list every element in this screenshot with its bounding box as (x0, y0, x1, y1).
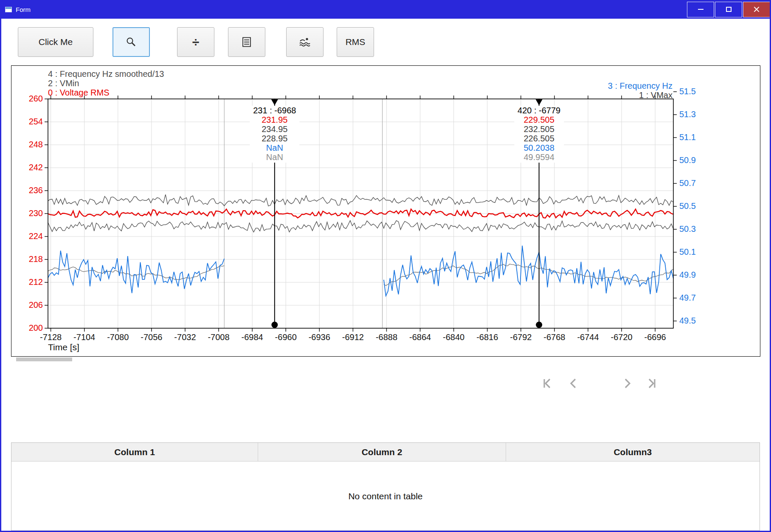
cursor-bottom-marker[interactable] (536, 322, 542, 328)
cursor-top-marker[interactable] (271, 99, 278, 105)
y-right-tick-label: 51.3 (679, 110, 696, 119)
cursor-readout-0[interactable]: 231 : -6968231.95234.95228.95NaNNaN (250, 106, 299, 163)
last-page-icon (644, 376, 659, 391)
cursor-value: 231.95 (253, 115, 296, 124)
cursor-value: 229.505 (518, 115, 560, 124)
data-table: Column 1 Column 2 Column3 No content in … (11, 442, 760, 531)
magnifier-icon (126, 37, 137, 48)
x-tick-label: -6768 (535, 332, 574, 342)
zoom-button[interactable] (113, 27, 150, 57)
y-left-tick-label: 242 (11, 163, 43, 172)
first-page-icon (540, 376, 555, 391)
x-tick-label: -7128 (32, 332, 70, 342)
y-left-tick-label: 260 (11, 94, 43, 104)
last-page-button[interactable] (644, 376, 659, 391)
plot-area[interactable]: 231 : -6968231.95234.95228.95NaNNaN420 :… (48, 99, 673, 328)
y-right-tick-label: 50.3 (679, 224, 696, 234)
table-empty-message: No content in table (348, 491, 422, 501)
cursor-value: 228.95 (253, 134, 296, 143)
chart-horizontal-scrollbar-thumb[interactable] (16, 357, 72, 361)
cursor-title: 420 : -6779 (518, 106, 560, 115)
y-left-tick-label: 200 (11, 323, 43, 333)
close-icon (753, 6, 760, 13)
y-right-tick-label: 50.9 (679, 155, 696, 165)
cursor-bottom-marker[interactable] (271, 322, 278, 328)
table-header-column-1[interactable]: Column 1 (11, 443, 258, 461)
chart-legend-left: 4 : Frequency Hz smoothed/132 : VMin0 : … (48, 69, 164, 97)
x-tick-label: -7032 (166, 332, 204, 342)
smoothing-button[interactable] (286, 27, 324, 57)
legend-item: 2 : VMin (48, 79, 164, 88)
legend-item: 1 : VMax (608, 90, 673, 100)
close-button[interactable] (743, 2, 770, 17)
table-header-column-3[interactable]: Column3 (506, 443, 760, 461)
legend-item: 0 : Voltage RMS (48, 88, 164, 97)
table-view-button[interactable] (228, 27, 265, 57)
x-tick-label: -6792 (502, 332, 540, 342)
maximize-button[interactable] (715, 2, 742, 17)
x-tick-label: -6720 (602, 332, 641, 342)
minimize-button[interactable] (687, 2, 714, 17)
legend-item: 4 : Frequency Hz smoothed/13 (48, 69, 164, 79)
divide-button[interactable]: ÷ (177, 27, 214, 57)
minimize-icon (698, 9, 703, 10)
cursor-value: NaN (253, 152, 296, 162)
y-left-tick-label: 236 (11, 186, 43, 195)
next-page-button[interactable] (619, 376, 635, 391)
y-left-tick-label: 230 (11, 208, 43, 218)
chart-panel: 4 : Frequency Hz smoothed/132 : VMin0 : … (11, 65, 760, 357)
y-right-tick-label: 50.7 (679, 178, 696, 188)
y-left-tick-label: 224 (11, 231, 43, 241)
y-right-tick-label: 49.9 (679, 270, 696, 280)
table-header-column-2[interactable]: Column 2 (258, 443, 506, 461)
table-header-row: Column 1 Column 2 Column3 (11, 443, 760, 462)
cursor-value: 49.9594 (518, 152, 560, 162)
x-tick-label: -6960 (267, 332, 305, 342)
y-left-tick-label: 212 (11, 277, 43, 287)
cursor-value: 226.505 (518, 134, 560, 143)
x-tick-label: -7008 (200, 332, 238, 342)
x-tick-label: -6744 (569, 332, 607, 342)
rms-button[interactable]: RMS (337, 27, 374, 57)
y-left-tick-label: 218 (11, 254, 43, 264)
cursor-value: 50.2038 (518, 143, 560, 152)
y-right-tick-label: 49.5 (679, 316, 696, 326)
first-page-button[interactable] (540, 376, 555, 391)
x-tick-label: -7080 (99, 332, 137, 342)
x-tick-label: -6840 (435, 332, 473, 342)
x-tick-label: -7104 (65, 332, 104, 342)
series-frequency (48, 246, 673, 296)
x-tick-label: -6696 (636, 332, 674, 342)
series-vmax (48, 194, 673, 206)
cursor-readout-1[interactable]: 420 : -6779229.505232.505226.50550.20384… (514, 106, 564, 163)
table-body: No content in table (11, 462, 760, 530)
window-titlebar: Form (0, 0, 771, 19)
cursor-top-marker[interactable] (536, 99, 543, 105)
swimmer-icon (299, 37, 311, 47)
window-title: Form (16, 6, 31, 13)
x-tick-label: -6936 (300, 332, 338, 342)
x-tick-label: -6912 (334, 332, 372, 342)
click-me-button[interactable]: Click Me (18, 27, 93, 57)
legend-item: 3 : Frequency Hz (608, 81, 673, 90)
chart-legend-right: 3 : Frequency Hz1 : VMax (608, 81, 673, 100)
form-list-icon (242, 37, 251, 47)
y-right-tick-label: 49.7 (679, 293, 696, 303)
y-left-tick-label: 254 (11, 117, 43, 127)
y-left-tick-label: 206 (11, 300, 43, 310)
x-tick-label: -6888 (367, 332, 405, 342)
cursor-value: 232.505 (518, 124, 560, 134)
y-right-tick-label: 51.1 (679, 132, 696, 142)
previous-page-button[interactable] (566, 376, 581, 391)
cursor-title: 231 : -6968 (253, 106, 296, 115)
application-window: { "window": { "title": "Form", "controls… (0, 0, 771, 532)
x-tick-label: -6864 (401, 332, 439, 342)
x-tick-label: -6816 (468, 332, 506, 342)
y-right-tick-label: 51.5 (679, 87, 696, 96)
cursor-value: 234.95 (253, 124, 296, 134)
y-left-tick-label: 248 (11, 140, 43, 149)
window-controls (687, 0, 771, 19)
y-right-tick-label: 50.1 (679, 247, 696, 257)
x-tick-label: -6984 (233, 332, 271, 342)
plot-canvas (48, 99, 673, 328)
